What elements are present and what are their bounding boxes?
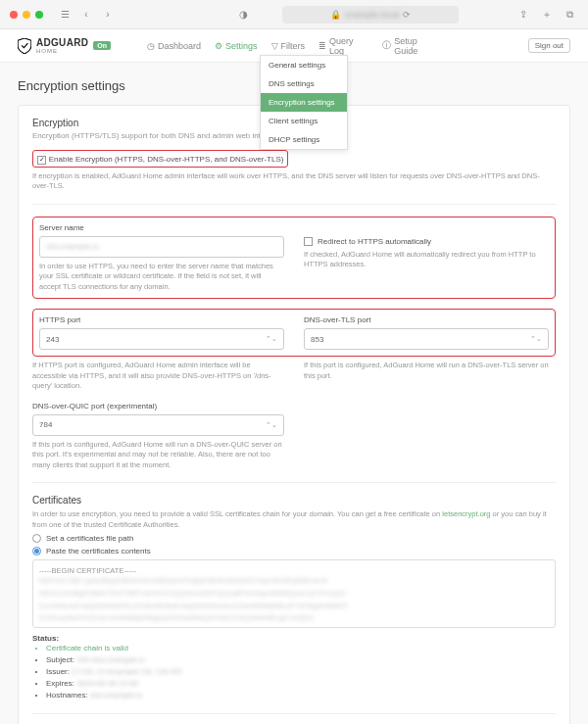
- dot-port-input[interactable]: 853⌃⌄: [304, 328, 549, 350]
- server-name-label: Server name: [39, 223, 284, 232]
- ports-section: HTTPS port 243⌃⌄ DNS-over-TLS port 853⌃⌄: [32, 309, 556, 357]
- browser-toolbar: ☰ ‹ › ◑ 🔒 example.local ⟳ ⇪ ＋ ⧉: [0, 0, 588, 29]
- server-name-section: Server name dns.example.io In order to u…: [32, 217, 556, 300]
- minimize-icon[interactable]: [23, 11, 30, 19]
- nav-setup[interactable]: ⓘSetup Guide: [382, 36, 441, 56]
- settings-dropdown: General settings DNS settings Encryption…: [260, 55, 348, 150]
- cert-status: Status: Certificate chain is valid Subje…: [32, 634, 556, 701]
- close-icon[interactable]: [10, 11, 18, 19]
- forward-icon[interactable]: ›: [100, 7, 116, 23]
- redirect-checkbox[interactable]: [304, 237, 313, 246]
- cert-file-radio[interactable]: Set a certificates file path: [32, 534, 556, 543]
- server-name-input[interactable]: dns.example.io: [39, 236, 284, 258]
- adguard-shield-icon: [18, 38, 31, 54]
- share-icon[interactable]: ⇪: [515, 7, 531, 23]
- nav-querylog[interactable]: ≣Query Log: [318, 36, 368, 56]
- page-body: Encryption settings Encryption Encryptio…: [0, 63, 588, 724]
- list-icon: ≣: [318, 41, 326, 51]
- dot-port-label: DNS-over-TLS port: [304, 315, 549, 324]
- maximize-icon[interactable]: [35, 11, 43, 19]
- stepper-icon[interactable]: ⌃⌄: [266, 335, 277, 343]
- redirect-https-row[interactable]: Redirect to HTTPS automatically: [304, 237, 549, 246]
- doq-label: DNS-over-QUIC port (experimental): [32, 402, 284, 410]
- cert-paste-radio[interactable]: Paste the certificates contents: [32, 547, 556, 555]
- url-bar[interactable]: 🔒 example.local ⟳: [282, 6, 459, 24]
- status-badge: On: [93, 41, 111, 50]
- main-nav: ◷Dashboard ⚙Settings ▽Filters ≣Query Log…: [147, 36, 441, 56]
- dd-dhcp[interactable]: DHCP settings: [261, 130, 347, 149]
- https-port-label: HTTPS port: [39, 315, 284, 324]
- nav-filters[interactable]: ▽Filters: [271, 36, 306, 56]
- signout-button[interactable]: Sign out: [528, 38, 570, 53]
- enable-encryption-checkbox[interactable]: [37, 156, 46, 165]
- dd-dns[interactable]: DNS settings: [261, 74, 347, 93]
- chain-valid-status: Certificate chain is valid: [46, 643, 556, 654]
- info-icon: ⓘ: [382, 39, 391, 52]
- stepper-icon[interactable]: ⌃⌄: [266, 421, 277, 429]
- new-tab-icon[interactable]: ＋: [539, 7, 555, 23]
- gauge-icon: ◷: [147, 41, 155, 51]
- shield-icon[interactable]: ◑: [235, 7, 251, 23]
- back-icon[interactable]: ‹: [78, 7, 94, 23]
- lock-icon: 🔒: [330, 10, 341, 20]
- dd-general[interactable]: General settings: [261, 56, 347, 74]
- stepper-icon[interactable]: ⌃⌄: [530, 335, 542, 343]
- logo[interactable]: ADGUARD HOME On: [18, 37, 111, 54]
- dd-client[interactable]: Client settings: [261, 112, 347, 130]
- reload-icon[interactable]: ⟳: [403, 10, 411, 20]
- letsencrypt-link[interactable]: letsencrypt.org: [442, 509, 490, 518]
- https-port-input[interactable]: 243⌃⌄: [39, 328, 284, 350]
- certs-heading: Certificates: [32, 495, 556, 506]
- filter-icon: ▽: [271, 41, 278, 51]
- encryption-card: Encryption Encryption (HTTPS/TLS) suppor…: [18, 105, 570, 724]
- nav-dashboard[interactable]: ◷Dashboard: [147, 36, 201, 56]
- sidebar-icon[interactable]: ☰: [57, 7, 73, 23]
- doq-port-input[interactable]: 784⌃⌄: [32, 414, 284, 436]
- gear-icon: ⚙: [215, 41, 222, 51]
- cert-textarea[interactable]: -----BEGIN CERTIFICATE----- MIIFxzCCBK+g…: [32, 559, 556, 628]
- window-controls: [10, 11, 43, 19]
- dd-encryption[interactable]: Encryption settings: [261, 93, 347, 112]
- enable-encryption-row[interactable]: Enable Encryption (HTTPS, DNS-over-HTTPS…: [32, 150, 556, 168]
- nav-settings[interactable]: ⚙Settings: [215, 36, 258, 56]
- tabs-icon[interactable]: ⧉: [563, 7, 578, 23]
